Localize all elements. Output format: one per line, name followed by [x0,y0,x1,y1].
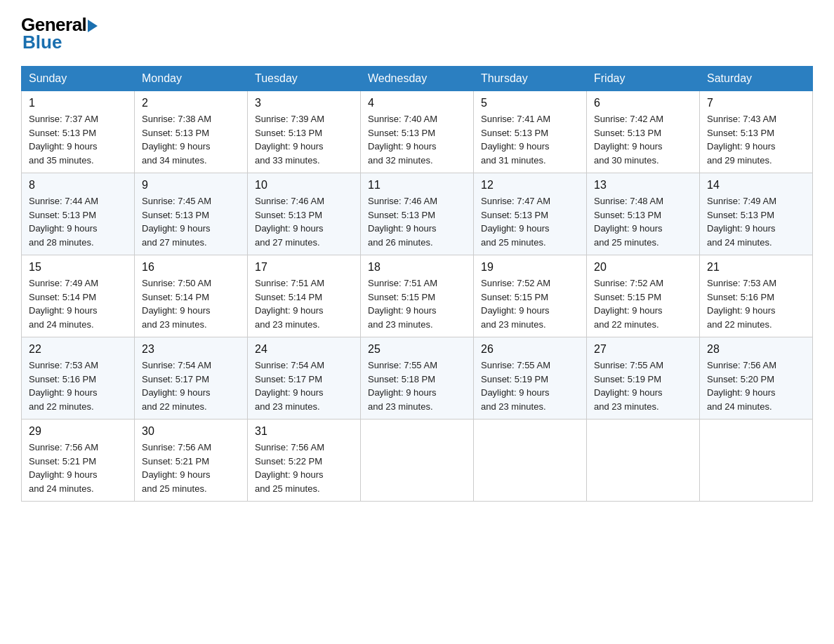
day-number: 18 [368,261,466,274]
calendar-day-cell [700,420,813,502]
day-number: 19 [481,261,579,274]
calendar-day-cell: 15Sunrise: 7:49 AMSunset: 5:14 PMDayligh… [22,255,135,337]
day-info: Sunrise: 7:52 AMSunset: 5:15 PMDaylight:… [481,276,579,331]
day-number: 22 [29,343,127,356]
calendar-day-cell: 1Sunrise: 7:37 AMSunset: 5:13 PMDaylight… [22,91,135,173]
calendar-day-cell: 10Sunrise: 7:46 AMSunset: 5:13 PMDayligh… [248,173,361,255]
calendar-day-cell: 11Sunrise: 7:46 AMSunset: 5:13 PMDayligh… [361,173,474,255]
calendar-day-cell: 16Sunrise: 7:50 AMSunset: 5:14 PMDayligh… [135,255,248,337]
weekday-header-sunday: Sunday [22,67,135,91]
day-info: Sunrise: 7:48 AMSunset: 5:13 PMDaylight:… [594,194,692,249]
day-number: 1 [29,97,127,109]
day-number: 20 [594,261,692,274]
calendar-day-cell: 8Sunrise: 7:44 AMSunset: 5:13 PMDaylight… [22,173,135,255]
calendar-day-cell: 25Sunrise: 7:55 AMSunset: 5:18 PMDayligh… [361,337,474,420]
logo-arrow-icon [88,20,98,32]
calendar-week-row: 1Sunrise: 7:37 AMSunset: 5:13 PMDaylight… [22,91,813,173]
day-info: Sunrise: 7:50 AMSunset: 5:14 PMDaylight:… [142,276,240,331]
day-number: 7 [707,97,805,109]
day-number: 30 [142,425,240,438]
day-info: Sunrise: 7:55 AMSunset: 5:19 PMDaylight:… [481,358,579,413]
day-number: 28 [707,343,805,356]
weekday-header-wednesday: Wednesday [361,67,474,91]
calendar-day-cell: 21Sunrise: 7:53 AMSunset: 5:16 PMDayligh… [700,255,813,337]
day-number: 11 [368,179,466,192]
calendar-week-row: 29Sunrise: 7:56 AMSunset: 5:21 PMDayligh… [22,420,813,502]
calendar-day-cell: 31Sunrise: 7:56 AMSunset: 5:22 PMDayligh… [248,420,361,502]
day-info: Sunrise: 7:55 AMSunset: 5:19 PMDaylight:… [594,358,692,413]
calendar-day-cell: 29Sunrise: 7:56 AMSunset: 5:21 PMDayligh… [22,420,135,502]
day-number: 17 [255,261,353,274]
calendar-day-cell: 30Sunrise: 7:56 AMSunset: 5:21 PMDayligh… [135,420,248,502]
day-number: 14 [707,179,805,192]
day-number: 8 [29,179,127,192]
weekday-header-saturday: Saturday [700,67,813,91]
day-info: Sunrise: 7:56 AMSunset: 5:21 PMDaylight:… [142,441,240,495]
calendar-day-cell: 24Sunrise: 7:54 AMSunset: 5:17 PMDayligh… [248,337,361,420]
day-number: 3 [255,97,353,109]
calendar-day-cell [474,420,587,502]
calendar-day-cell: 7Sunrise: 7:43 AMSunset: 5:13 PMDaylight… [700,91,813,173]
day-info: Sunrise: 7:37 AMSunset: 5:13 PMDaylight:… [29,112,127,167]
calendar-day-cell [587,420,700,502]
logo-blue-text: Blue [22,32,62,53]
day-info: Sunrise: 7:46 AMSunset: 5:13 PMDaylight:… [368,194,466,249]
day-info: Sunrise: 7:56 AMSunset: 5:22 PMDaylight:… [255,441,353,495]
day-number: 10 [255,179,353,192]
calendar-day-cell: 18Sunrise: 7:51 AMSunset: 5:15 PMDayligh… [361,255,474,337]
calendar-day-cell: 19Sunrise: 7:52 AMSunset: 5:15 PMDayligh… [474,255,587,337]
weekday-header-friday: Friday [587,67,700,91]
weekday-header-thursday: Thursday [474,67,587,91]
calendar-body: 1Sunrise: 7:37 AMSunset: 5:13 PMDaylight… [22,91,813,502]
day-info: Sunrise: 7:39 AMSunset: 5:13 PMDaylight:… [255,112,353,167]
calendar-day-cell: 22Sunrise: 7:53 AMSunset: 5:16 PMDayligh… [22,337,135,420]
day-number: 12 [481,179,579,192]
day-info: Sunrise: 7:40 AMSunset: 5:13 PMDaylight:… [368,112,466,167]
day-info: Sunrise: 7:54 AMSunset: 5:17 PMDaylight:… [255,358,353,413]
calendar-day-cell: 9Sunrise: 7:45 AMSunset: 5:13 PMDaylight… [135,173,248,255]
day-info: Sunrise: 7:42 AMSunset: 5:13 PMDaylight:… [594,112,692,167]
day-info: Sunrise: 7:56 AMSunset: 5:20 PMDaylight:… [707,358,805,413]
calendar-day-cell: 13Sunrise: 7:48 AMSunset: 5:13 PMDayligh… [587,173,700,255]
weekday-header-row: SundayMondayTuesdayWednesdayThursdayFrid… [22,67,813,91]
calendar-day-cell: 4Sunrise: 7:40 AMSunset: 5:13 PMDaylight… [361,91,474,173]
day-number: 21 [707,261,805,274]
day-number: 31 [255,425,353,438]
day-info: Sunrise: 7:47 AMSunset: 5:13 PMDaylight:… [481,194,579,249]
day-info: Sunrise: 7:49 AMSunset: 5:14 PMDaylight:… [29,276,127,331]
day-number: 26 [481,343,579,356]
day-number: 9 [142,179,240,192]
day-info: Sunrise: 7:52 AMSunset: 5:15 PMDaylight:… [594,276,692,331]
logo: General Blue [21,14,98,53]
day-info: Sunrise: 7:55 AMSunset: 5:18 PMDaylight:… [368,358,466,413]
calendar-day-cell: 28Sunrise: 7:56 AMSunset: 5:20 PMDayligh… [700,337,813,420]
calendar-day-cell: 5Sunrise: 7:41 AMSunset: 5:13 PMDaylight… [474,91,587,173]
day-number: 13 [594,179,692,192]
weekday-header-tuesday: Tuesday [248,67,361,91]
day-number: 6 [594,97,692,109]
day-info: Sunrise: 7:38 AMSunset: 5:13 PMDaylight:… [142,112,240,167]
day-info: Sunrise: 7:43 AMSunset: 5:13 PMDaylight:… [707,112,805,167]
day-info: Sunrise: 7:54 AMSunset: 5:17 PMDaylight:… [142,358,240,413]
calendar-day-cell: 14Sunrise: 7:49 AMSunset: 5:13 PMDayligh… [700,173,813,255]
calendar-day-cell: 23Sunrise: 7:54 AMSunset: 5:17 PMDayligh… [135,337,248,420]
calendar-day-cell: 6Sunrise: 7:42 AMSunset: 5:13 PMDaylight… [587,91,700,173]
day-info: Sunrise: 7:56 AMSunset: 5:21 PMDaylight:… [29,441,127,495]
day-info: Sunrise: 7:53 AMSunset: 5:16 PMDaylight:… [29,358,127,413]
day-info: Sunrise: 7:45 AMSunset: 5:13 PMDaylight:… [142,194,240,249]
day-info: Sunrise: 7:49 AMSunset: 5:13 PMDaylight:… [707,194,805,249]
day-info: Sunrise: 7:44 AMSunset: 5:13 PMDaylight:… [29,194,127,249]
calendar-day-cell: 3Sunrise: 7:39 AMSunset: 5:13 PMDaylight… [248,91,361,173]
calendar-table: SundayMondayTuesdayWednesdayThursdayFrid… [21,66,813,502]
calendar-day-cell: 2Sunrise: 7:38 AMSunset: 5:13 PMDaylight… [135,91,248,173]
calendar-day-cell: 26Sunrise: 7:55 AMSunset: 5:19 PMDayligh… [474,337,587,420]
day-info: Sunrise: 7:51 AMSunset: 5:14 PMDaylight:… [255,276,353,331]
day-number: 27 [594,343,692,356]
day-info: Sunrise: 7:53 AMSunset: 5:16 PMDaylight:… [707,276,805,331]
day-number: 2 [142,97,240,109]
day-number: 16 [142,261,240,274]
calendar-header: SundayMondayTuesdayWednesdayThursdayFrid… [22,67,813,91]
calendar-day-cell: 20Sunrise: 7:52 AMSunset: 5:15 PMDayligh… [587,255,700,337]
day-info: Sunrise: 7:41 AMSunset: 5:13 PMDaylight:… [481,112,579,167]
calendar-day-cell: 17Sunrise: 7:51 AMSunset: 5:14 PMDayligh… [248,255,361,337]
